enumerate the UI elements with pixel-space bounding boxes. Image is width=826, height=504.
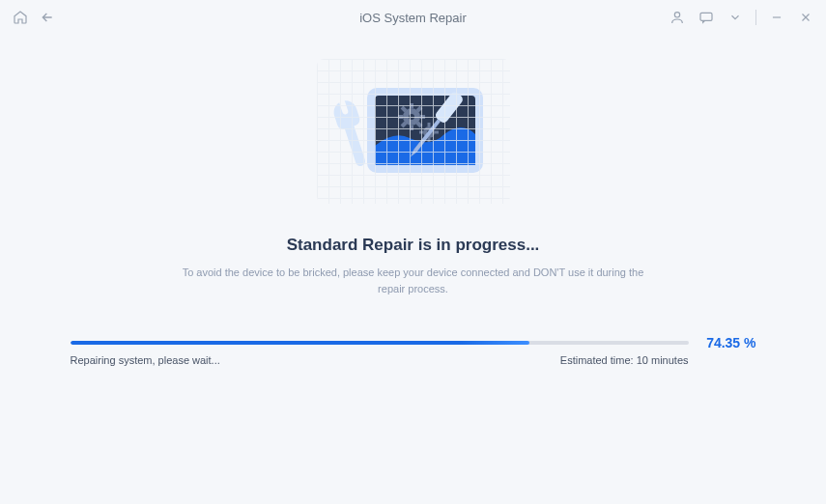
- progress-status-text: Repairing system, please wait...: [71, 354, 220, 366]
- window-title: iOS System Repair: [359, 11, 467, 25]
- feedback-icon[interactable]: [698, 9, 715, 26]
- main-content: Standard Repair is in progress... To avo…: [0, 35, 826, 366]
- home-icon[interactable]: [12, 9, 29, 26]
- minimize-icon[interactable]: [768, 9, 785, 26]
- progress-percent: 74.35 %: [706, 335, 755, 350]
- titlebar-right: [669, 9, 814, 26]
- titlebar-left: [12, 9, 56, 26]
- user-icon[interactable]: [669, 9, 686, 26]
- titlebar: iOS System Repair: [0, 0, 826, 35]
- divider: [755, 10, 756, 25]
- repair-illustration: [269, 54, 558, 209]
- progress-labels: Repairing system, please wait... Estimat…: [71, 354, 689, 366]
- back-icon[interactable]: [39, 9, 56, 26]
- progress-bar: [71, 341, 689, 345]
- close-icon[interactable]: [797, 9, 814, 26]
- progress-heading: Standard Repair is in progress...: [287, 236, 540, 255]
- grid-background: [317, 59, 510, 204]
- progress-fill: [71, 341, 530, 345]
- chevron-down-icon[interactable]: [726, 9, 744, 26]
- progress-subtext: To avoid the device to be bricked, pleas…: [172, 265, 655, 296]
- progress-section: 74.35 % Repairing system, please wait...…: [71, 341, 756, 366]
- progress-eta-text: Estimated time: 10 minutes: [560, 354, 689, 366]
- svg-point-0: [674, 13, 679, 17]
